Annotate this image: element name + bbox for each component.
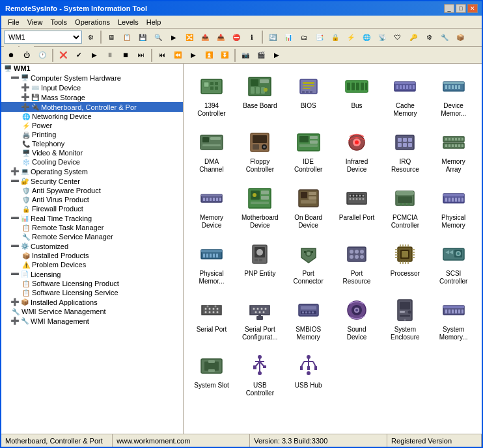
tree-item-sw-licensing-svc[interactable]: 📋 Software Licensing Service xyxy=(1,288,183,297)
toolbar2-btn-14[interactable]: ⏬ xyxy=(217,48,232,62)
icon-bios[interactable]: BIOS xyxy=(286,69,331,122)
tree-item-wmi-mgmt[interactable]: ➕ 🔧 WMI Management xyxy=(1,316,183,326)
icon-system-enclosure[interactable]: System Enclosure xyxy=(382,293,428,346)
tree-item-installed-products[interactable]: 📦 Installed Products xyxy=(1,251,183,260)
tree-item-installed-apps[interactable]: ➕ 📦 Installed Applications xyxy=(1,297,183,307)
icon-usb-hub[interactable]: USB Hub xyxy=(286,349,331,402)
icon-floppy-controller[interactable]: Floppy Controller xyxy=(237,125,283,178)
toolbar2-btn-7[interactable]: ⏸ xyxy=(103,48,117,62)
menu-tools[interactable]: Tools xyxy=(46,17,71,27)
menu-levels[interactable]: Levels xyxy=(114,17,143,27)
icon-system-memory[interactable]: System Memory... xyxy=(431,293,476,346)
icon-memory-device[interactable]: Memory Device xyxy=(189,181,234,234)
tree-item-remote-service[interactable]: 🔧 Remote Service Manager xyxy=(1,232,183,241)
tree-item-licensing[interactable]: ➖ 📄 Licensing xyxy=(1,269,183,279)
minimize-button[interactable]: _ xyxy=(444,4,454,13)
tree-item-power[interactable]: ⚡ Power xyxy=(1,121,183,130)
toolbar-btn-11[interactable]: ℹ xyxy=(245,30,259,44)
icon-sound-device[interactable]: Sound Device xyxy=(334,293,380,346)
close-button[interactable]: ✕ xyxy=(467,4,478,13)
tree-item-networking[interactable]: 🌐 Networking Device xyxy=(1,112,183,121)
tree-root[interactable]: 🖥️ WM1 xyxy=(1,64,183,73)
toolbar-btn-15[interactable]: 📑 xyxy=(312,30,327,44)
tree-item-computer-hardware[interactable]: ➖ 🖥️ Computer System Hardware xyxy=(1,73,183,83)
icon-pnp-entity[interactable]: PNP Entity xyxy=(237,237,283,290)
icon-dma-channel[interactable]: DMA Channel xyxy=(189,125,234,178)
toolbar2-btn-5[interactable]: ✔ xyxy=(72,48,86,62)
icon-on-board-device[interactable]: On Board Device xyxy=(286,181,331,234)
toolbar-btn-20[interactable]: 🛡 xyxy=(391,30,405,44)
toolbar-btn-23[interactable]: 🔧 xyxy=(437,30,452,44)
icon-physical-memory[interactable]: Physical Memory xyxy=(431,181,476,234)
menu-file[interactable]: File xyxy=(4,17,23,27)
toolbar-btn-21[interactable]: 🔑 xyxy=(406,30,421,44)
toolbar2-btn-6[interactable]: ▶ xyxy=(87,48,102,62)
icon-smbios-memory[interactable]: SMBIOS Memory xyxy=(286,293,331,346)
tree-item-mass-storage[interactable]: ➕ 💾 Mass Storage xyxy=(1,92,183,102)
tree-item-sw-licensing-prod[interactable]: 📋 Software Licensing Product xyxy=(1,279,183,288)
icon-serial-port-config[interactable]: Serial Port Configurat... xyxy=(237,293,283,346)
toolbar-btn-3[interactable]: 📋 xyxy=(120,30,134,44)
toolbar-btn-5[interactable]: 🔍 xyxy=(151,30,165,44)
toolbar-btn-12[interactable]: 🔄 xyxy=(266,30,280,44)
tree-item-cooling[interactable]: ❄️ Cooling Device xyxy=(1,157,183,166)
icon-infrared-device[interactable]: Infrared Device xyxy=(334,125,380,178)
icon-ide-controller[interactable]: IDE Controller xyxy=(286,125,331,178)
toolbar2-btn-3[interactable]: 🕐 xyxy=(35,48,49,62)
toolbar2-btn-10[interactable]: ⏮ xyxy=(155,48,169,62)
toolbar-btn-18[interactable]: 🌐 xyxy=(359,30,374,44)
tree-item-anti-spyware[interactable]: 🛡️ Anti Spyware Product xyxy=(1,186,183,195)
icon-usb-controller[interactable]: USB Controller xyxy=(237,349,283,402)
toolbar2-btn-15[interactable]: 📷 xyxy=(238,48,253,62)
toolbar-btn-24[interactable]: 📦 xyxy=(453,30,467,44)
toolbar-btn-16[interactable]: 🔒 xyxy=(328,30,342,44)
toolbar2-btn-13[interactable]: ⏫ xyxy=(202,48,216,62)
icon-pcmcia-controller[interactable]: PCMCIA Controller xyxy=(382,181,428,234)
tree-item-os[interactable]: ➕ 💻 Operating System xyxy=(1,166,183,176)
tree-item-input-device[interactable]: ➕ ⌨️ Input Device xyxy=(1,83,183,92)
tree-item-customized[interactable]: ➖ ⚙️ Customized xyxy=(1,241,183,251)
toolbar2-btn-8[interactable]: ⏹ xyxy=(118,48,133,62)
toolbar2-btn-9[interactable]: ⏭ xyxy=(134,48,148,62)
toolbar2-btn-16[interactable]: 🎬 xyxy=(254,48,268,62)
icon-serial-port[interactable]: Serial Port xyxy=(189,293,234,346)
tree-item-wmi-service[interactable]: 🔧 WMI Service Management xyxy=(1,307,183,316)
icon-device-memory[interactable]: Device Memor... xyxy=(431,69,476,122)
tree-item-printing[interactable]: 🖨️ Printing xyxy=(1,130,183,139)
toolbar2-btn-1[interactable]: ⏺ xyxy=(4,48,18,62)
menu-operations[interactable]: Operations xyxy=(71,17,114,27)
icon-port-connector[interactable]: Port Connector xyxy=(286,237,331,290)
tree-item-motherboard[interactable]: ➕ 🔌 Motherboard, Controller & Por xyxy=(1,102,183,112)
tree-item-anti-virus[interactable]: 🛡️ Anti Virus Product xyxy=(1,195,183,204)
toolbar-btn-17[interactable]: ⚡ xyxy=(344,30,358,44)
toolbar-btn-4[interactable]: 💾 xyxy=(135,30,150,44)
icon-system-slot[interactable]: System Slot xyxy=(189,349,234,402)
menu-view[interactable]: View xyxy=(23,17,47,27)
toolbar2-btn-2[interactable]: ⏻ xyxy=(20,48,34,62)
toolbar2-btn-12[interactable]: ▶ xyxy=(186,48,200,62)
toolbar-btn-9[interactable]: 📥 xyxy=(214,30,228,44)
tree-item-remote-task[interactable]: 📋 Remote Task Manager xyxy=(1,223,183,232)
tree-item-realtime[interactable]: ➖ 📊 Real Time Tracking xyxy=(1,213,183,223)
tree-item-video[interactable]: 🖥️ Video & Monitor xyxy=(1,148,183,157)
icon-base-board[interactable]: Base Board xyxy=(237,69,283,122)
tree-item-problem-devices[interactable]: ⚠️ Problem Devices xyxy=(1,260,183,269)
tree-item-telephony[interactable]: 📞 Telephony xyxy=(1,139,183,148)
icon-memory-array[interactable]: Memory Array xyxy=(431,125,476,178)
toolbar-btn-22[interactable]: ⚙ xyxy=(422,30,436,44)
icon-physical-memory2[interactable]: Physical Memor... xyxy=(189,237,234,290)
icon-1394-controller[interactable]: 1394 Controller xyxy=(189,69,234,122)
menu-help[interactable]: Help xyxy=(143,17,165,27)
toolbar2-btn-11[interactable]: ⏪ xyxy=(171,48,185,62)
toolbar-btn-7[interactable]: 🔀 xyxy=(182,30,197,44)
icon-processor[interactable]: Processor xyxy=(382,237,428,290)
icon-port-resource[interactable]: Port Resource xyxy=(334,237,380,290)
icon-bus[interactable]: Bus xyxy=(334,69,380,122)
toolbar2-btn-17[interactable]: ▶ xyxy=(269,48,284,62)
toolbar-btn-8[interactable]: 📤 xyxy=(198,30,212,44)
toolbar2-btn-4[interactable]: ❌ xyxy=(56,48,70,62)
icon-cache-memory[interactable]: Cache Memory xyxy=(382,69,428,122)
maximize-button[interactable]: □ xyxy=(456,4,466,13)
toolbar-btn-10[interactable]: ⛔ xyxy=(229,30,243,44)
icon-scsi-controller[interactable]: SCSI Controller xyxy=(431,237,476,290)
